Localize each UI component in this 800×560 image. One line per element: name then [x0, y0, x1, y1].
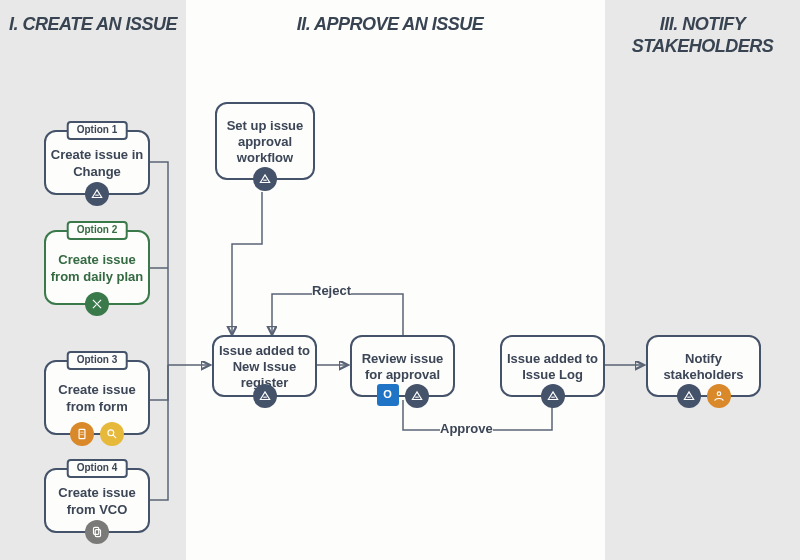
- node-review: Review issue for approval O: [350, 335, 455, 397]
- node-review-text: Review issue for approval: [356, 351, 449, 384]
- node-option3-text: Create issue from form: [50, 382, 144, 415]
- node-notify-text: Notify stakeholders: [652, 351, 755, 384]
- outlook-icon: O: [377, 384, 399, 406]
- search-icon: [100, 422, 124, 446]
- svg-point-16: [717, 392, 721, 396]
- node-option2: Option 2 Create issue from daily plan: [44, 230, 150, 305]
- node-issue-log-text: Issue added to Issue Log: [506, 351, 599, 384]
- header-notify: III. NOTIFY STAKEHOLDERS: [605, 14, 800, 57]
- node-option4-text: Create issue from VCO: [50, 485, 144, 518]
- node-setup-text: Set up issue approval workflow: [221, 118, 309, 167]
- node-option3: Option 3 Create issue from form: [44, 360, 150, 435]
- triangle-icon: [253, 384, 277, 408]
- svg-line-8: [113, 435, 116, 438]
- document-icon: [70, 422, 94, 446]
- person-icon: [707, 384, 731, 408]
- svg-rect-9: [94, 527, 99, 534]
- tag-option1: Option 1: [67, 121, 128, 140]
- node-notify: Notify stakeholders: [646, 335, 761, 397]
- node-option2-text: Create issue from daily plan: [50, 252, 144, 285]
- node-option1: Option 1 Create issue in Change: [44, 130, 150, 195]
- node-setup: Set up issue approval workflow: [215, 102, 315, 180]
- triangle-icon: [541, 384, 565, 408]
- tag-option2: Option 2: [67, 221, 128, 240]
- node-option1-text: Create issue in Change: [50, 147, 144, 180]
- node-new-register: Issue added to New Issue register: [212, 335, 317, 397]
- header-approve: II. APPROVE AN ISSUE: [280, 14, 500, 36]
- tools-icon: [85, 292, 109, 316]
- tag-option3: Option 3: [67, 351, 128, 370]
- triangle-icon: [85, 182, 109, 206]
- triangle-icon: [677, 384, 701, 408]
- triangle-icon: [405, 384, 429, 408]
- label-reject: Reject: [312, 283, 351, 298]
- node-option4: Option 4 Create issue from VCO: [44, 468, 150, 533]
- node-issue-log: Issue added to Issue Log: [500, 335, 605, 397]
- svg-rect-4: [79, 429, 85, 438]
- label-approve: Approve: [440, 421, 493, 436]
- header-create: I. CREATE AN ISSUE: [0, 14, 186, 36]
- svg-rect-10: [95, 530, 100, 537]
- section-notify-bg: [605, 0, 800, 560]
- tag-option4: Option 4: [67, 459, 128, 478]
- triangle-icon: [253, 167, 277, 191]
- svg-point-7: [108, 430, 114, 436]
- copy-icon: [85, 520, 109, 544]
